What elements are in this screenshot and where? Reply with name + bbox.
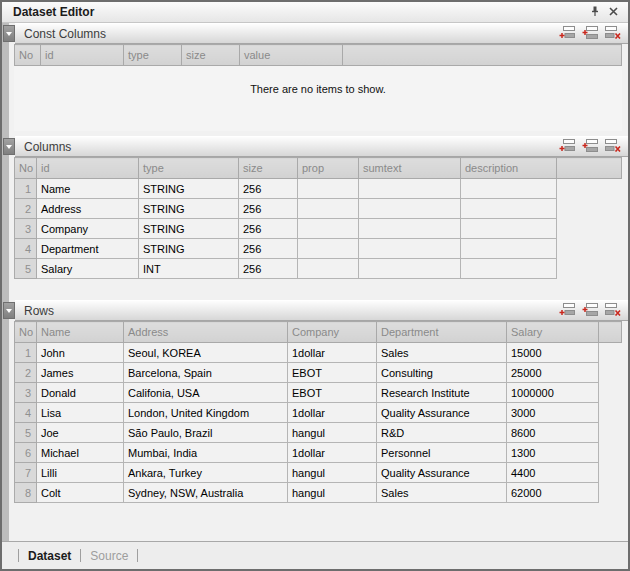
- cell[interactable]: Sales: [377, 483, 507, 503]
- cell[interactable]: Mumbai, India: [124, 443, 288, 463]
- cell[interactable]: 1300: [507, 443, 599, 463]
- cell[interactable]: 62000: [507, 483, 599, 503]
- cell[interactable]: 15000: [507, 343, 599, 363]
- cell[interactable]: Personnel: [377, 443, 507, 463]
- cell[interactable]: Quality Assurance: [377, 403, 507, 423]
- cell[interactable]: [298, 219, 359, 239]
- cell[interactable]: 4400: [507, 463, 599, 483]
- column-header-no[interactable]: No: [15, 158, 37, 179]
- add-row-button[interactable]: [558, 26, 576, 41]
- cell[interactable]: [461, 259, 557, 279]
- cell[interactable]: Address: [37, 199, 139, 219]
- cell[interactable]: 256: [239, 239, 298, 259]
- cell[interactable]: 1dollar: [288, 343, 377, 363]
- cell[interactable]: [461, 239, 557, 259]
- cell[interactable]: EBOT: [288, 363, 377, 383]
- cell[interactable]: STRING: [139, 239, 239, 259]
- column-header-size[interactable]: size: [182, 45, 240, 66]
- column-header-id[interactable]: id: [37, 158, 139, 179]
- cell[interactable]: Joe: [37, 423, 124, 443]
- cell[interactable]: 256: [239, 199, 298, 219]
- cell[interactable]: Quality Assurance: [377, 463, 507, 483]
- cell[interactable]: 8600: [507, 423, 599, 443]
- cell[interactable]: Donald: [37, 383, 124, 403]
- cell[interactable]: 25000: [507, 363, 599, 383]
- column-header-type[interactable]: type: [139, 158, 239, 179]
- cell[interactable]: EBOT: [288, 383, 377, 403]
- insert-row-button[interactable]: [581, 26, 599, 41]
- column-header-no[interactable]: No: [15, 322, 37, 343]
- delete-row-button[interactable]: [604, 303, 622, 318]
- cell[interactable]: London, United Kingdom: [124, 403, 288, 423]
- delete-row-button[interactable]: [604, 139, 622, 154]
- cell[interactable]: Lisa: [37, 403, 124, 423]
- cell[interactable]: John: [37, 343, 124, 363]
- column-header-value[interactable]: value: [240, 45, 343, 66]
- insert-row-button[interactable]: [581, 303, 599, 318]
- cell[interactable]: Consulting: [377, 363, 507, 383]
- cell[interactable]: [461, 179, 557, 199]
- cell[interactable]: [359, 179, 461, 199]
- column-header-size[interactable]: size: [239, 158, 298, 179]
- column-header-id[interactable]: id: [41, 45, 124, 66]
- column-header-no[interactable]: No: [15, 45, 41, 66]
- add-row-button[interactable]: [558, 139, 576, 154]
- cell[interactable]: 256: [239, 219, 298, 239]
- cell[interactable]: [298, 239, 359, 259]
- cell[interactable]: Department: [37, 239, 139, 259]
- column-header-company[interactable]: Company: [288, 322, 377, 343]
- add-row-button[interactable]: [558, 303, 576, 318]
- cell[interactable]: 3000: [507, 403, 599, 423]
- cell[interactable]: [298, 199, 359, 219]
- cell[interactable]: [359, 239, 461, 259]
- cell[interactable]: Sydney, NSW, Australia: [124, 483, 288, 503]
- column-header-sumtext[interactable]: sumtext: [359, 158, 461, 179]
- column-header-address[interactable]: Address: [124, 322, 288, 343]
- insert-row-button[interactable]: [581, 139, 599, 154]
- cell[interactable]: Seoul, KOREA: [124, 343, 288, 363]
- cell[interactable]: Name: [37, 179, 139, 199]
- cell[interactable]: Califonia, USA: [124, 383, 288, 403]
- column-header-name[interactable]: Name: [37, 322, 124, 343]
- cell[interactable]: 1dollar: [288, 403, 377, 423]
- close-button[interactable]: [604, 4, 622, 20]
- cell[interactable]: [359, 219, 461, 239]
- cell[interactable]: hangul: [288, 483, 377, 503]
- column-header-type[interactable]: type: [124, 45, 182, 66]
- cell[interactable]: Lilli: [37, 463, 124, 483]
- column-header-prop[interactable]: prop: [298, 158, 359, 179]
- cell[interactable]: [298, 259, 359, 279]
- tab-source[interactable]: Source: [90, 549, 128, 563]
- cell[interactable]: R&D: [377, 423, 507, 443]
- tab-dataset[interactable]: Dataset: [28, 549, 71, 563]
- cell[interactable]: [461, 199, 557, 219]
- cell[interactable]: [461, 219, 557, 239]
- cell[interactable]: STRING: [139, 179, 239, 199]
- column-header-department[interactable]: Department: [377, 322, 507, 343]
- cell[interactable]: STRING: [139, 219, 239, 239]
- collapse-section-button[interactable]: [3, 302, 15, 319]
- cell[interactable]: James: [37, 363, 124, 383]
- cell[interactable]: hangul: [288, 423, 377, 443]
- cell[interactable]: Michael: [37, 443, 124, 463]
- cell[interactable]: [359, 259, 461, 279]
- cell[interactable]: 256: [239, 259, 298, 279]
- column-header-salary[interactable]: Salary: [507, 322, 599, 343]
- column-header-description[interactable]: description: [461, 158, 557, 179]
- cell[interactable]: Research Institute: [377, 383, 507, 403]
- cell[interactable]: [359, 199, 461, 219]
- cell[interactable]: 1000000: [507, 383, 599, 403]
- cell[interactable]: São Paulo, Brazil: [124, 423, 288, 443]
- delete-row-button[interactable]: [604, 26, 622, 41]
- cell[interactable]: Company: [37, 219, 139, 239]
- collapse-section-button[interactable]: [3, 138, 15, 155]
- cell[interactable]: Sales: [377, 343, 507, 363]
- cell[interactable]: 256: [239, 179, 298, 199]
- cell[interactable]: [298, 179, 359, 199]
- cell[interactable]: INT: [139, 259, 239, 279]
- cell[interactable]: STRING: [139, 199, 239, 219]
- pin-button[interactable]: [586, 4, 604, 20]
- cell[interactable]: Ankara, Turkey: [124, 463, 288, 483]
- cell[interactable]: hangul: [288, 463, 377, 483]
- cell[interactable]: 1dollar: [288, 443, 377, 463]
